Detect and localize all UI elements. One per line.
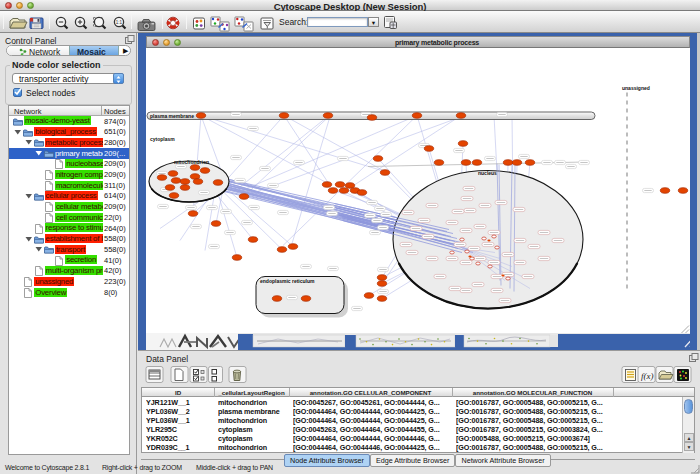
svg-text:f(x): f(x) — [641, 371, 654, 381]
svg-text:1:1: 1:1 — [116, 20, 123, 25]
svg-text:nucleus: nucleus — [478, 169, 497, 175]
svg-text:unassigned: unassigned — [622, 84, 650, 90]
svg-text:plasma membrane: plasma membrane — [150, 112, 194, 118]
svg-text:mitochondrion: mitochondrion — [174, 158, 209, 164]
svg-text:cytoplasm: cytoplasm — [150, 135, 175, 141]
svg-text:endoplasmic reticulum: endoplasmic reticulum — [260, 277, 315, 283]
